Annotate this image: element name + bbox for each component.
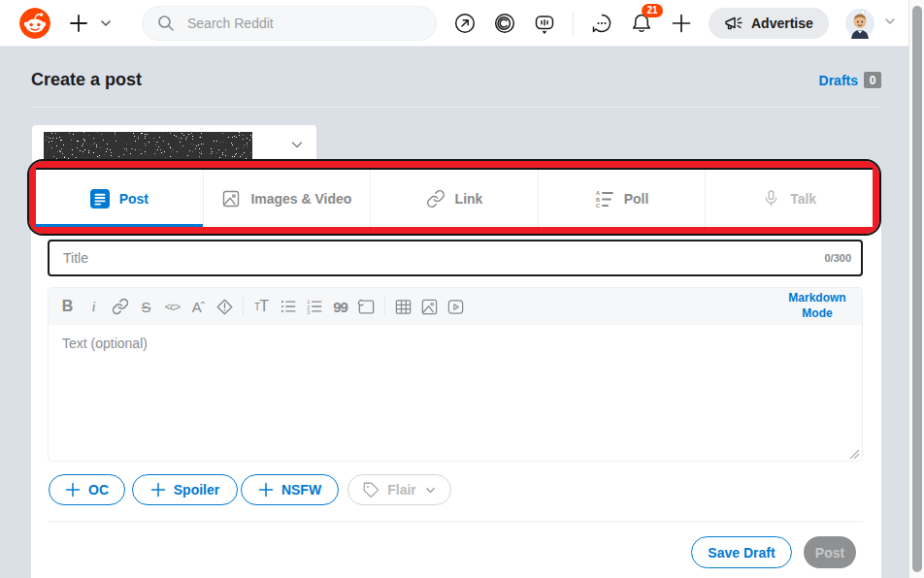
header-divider: [573, 12, 574, 35]
quote-button[interactable]: 99: [327, 294, 353, 320]
tab-link-label: Link: [455, 191, 483, 207]
annotation-highlight-box: Post Images & Video Link ABC Poll: [29, 161, 879, 234]
notifications-bell-icon[interactable]: 21: [630, 12, 653, 35]
reddit-create-post-page: 21 Advertise: [0, 0, 924, 578]
drafts-count-badge: 0: [864, 72, 881, 88]
search-bar[interactable]: [142, 6, 437, 41]
numbered-list-button[interactable]: 123: [301, 294, 327, 320]
svg-text:C: C: [596, 203, 600, 209]
popular-outbound-icon[interactable]: [453, 12, 477, 35]
header-icon-group: 21 Advertise: [437, 8, 897, 39]
video-play-icon: [446, 298, 465, 316]
chevron-down-icon[interactable]: [99, 16, 113, 30]
drafts-button[interactable]: Drafts 0: [819, 72, 881, 88]
megaphone-icon: [724, 15, 743, 32]
svg-text:B: B: [596, 196, 600, 202]
community-selector-dropdown[interactable]: [32, 125, 316, 164]
image-icon: [221, 189, 241, 209]
active-tab-underline: [36, 224, 203, 227]
search-input[interactable]: [185, 15, 422, 32]
user-avatar[interactable]: [844, 8, 875, 39]
chat-icon[interactable]: [590, 12, 613, 35]
coins-icon[interactable]: [493, 12, 516, 35]
reddit-logo-icon[interactable]: [19, 8, 50, 39]
resize-handle[interactable]: [849, 449, 860, 460]
redacted-community-name: [44, 132, 252, 159]
flair-button[interactable]: Flair: [347, 474, 451, 505]
inline-code-button[interactable]: <c>: [159, 294, 185, 320]
tab-images-video-label: Images & Video: [250, 191, 351, 207]
tab-talk[interactable]: Talk: [706, 170, 873, 227]
oc-button[interactable]: OC: [49, 474, 125, 505]
insert-video-button[interactable]: [443, 294, 469, 320]
account-chevron-down-icon[interactable]: [883, 15, 897, 32]
search-icon: [156, 14, 176, 33]
tab-images-video[interactable]: Images & Video: [204, 170, 372, 227]
tab-poll[interactable]: ABC Poll: [539, 170, 707, 227]
page-title: Create a post: [31, 70, 142, 90]
top-nav-bar: 21 Advertise: [0, 0, 924, 47]
save-draft-button[interactable]: Save Draft: [691, 536, 792, 568]
nsfw-tag-button[interactable]: NSFW: [241, 474, 339, 505]
scrollbar-thumb[interactable]: [912, 6, 922, 572]
bullet-list-icon: [280, 298, 297, 315]
toolbar-divider: [243, 297, 244, 316]
chevron-down-icon: [424, 484, 437, 497]
post-submit-button[interactable]: Post: [804, 536, 856, 568]
italic-button[interactable]: i: [81, 294, 107, 320]
table-button[interactable]: [390, 294, 416, 320]
tab-post-label: Post: [119, 191, 148, 207]
insert-image-button[interactable]: [416, 294, 443, 320]
talk-broadcast-icon[interactable]: [533, 12, 556, 35]
link-icon: [112, 298, 129, 315]
page-scrollbar[interactable]: [908, 0, 924, 578]
tab-talk-label: Talk: [790, 191, 816, 207]
code-block-icon: [357, 298, 376, 316]
numbered-list-icon: 123: [306, 298, 323, 315]
page-divider: [31, 107, 881, 108]
link-icon: [426, 189, 446, 209]
notification-count-badge: 21: [642, 4, 663, 17]
post-body-editor: B i S <c> Aˆ TT 123 99: [48, 287, 863, 462]
advertise-label: Advertise: [751, 16, 813, 31]
formatting-toolbar: B i S <c> Aˆ TT 123 99: [49, 288, 862, 325]
code-block-button[interactable]: [353, 294, 380, 320]
plus-icon: [150, 482, 166, 498]
insert-link-button[interactable]: [107, 294, 133, 320]
post-body-textarea[interactable]: [49, 325, 862, 462]
drafts-label: Drafts: [819, 73, 858, 88]
flair-tag-icon: [362, 481, 380, 498]
spoiler-button[interactable]: [212, 294, 238, 320]
tab-post[interactable]: Post: [36, 170, 204, 227]
poll-list-icon: ABC: [595, 189, 614, 209]
footer-divider: [48, 521, 863, 522]
title-field: 0/300: [48, 240, 863, 276]
chevron-down-icon: [289, 137, 305, 152]
svg-text:3: 3: [307, 309, 310, 315]
svg-text:A: A: [596, 190, 600, 196]
toolbar-divider: [384, 297, 385, 316]
bullet-list-button[interactable]: [275, 294, 301, 320]
superscript-button[interactable]: Aˆ: [185, 294, 212, 320]
plus-icon: [65, 482, 81, 498]
spoiler-tag-button[interactable]: Spoiler: [132, 474, 238, 505]
image-icon: [420, 298, 439, 316]
heading-button[interactable]: TT: [248, 294, 275, 320]
post-type-tabbar: Post Images & Video Link ABC Poll: [36, 168, 873, 227]
tab-poll-label: Poll: [624, 191, 649, 207]
bold-button[interactable]: B: [54, 294, 81, 320]
markdown-mode-toggle[interactable]: Markdown Mode: [780, 291, 854, 321]
title-input[interactable]: [50, 250, 824, 266]
spoiler-alert-icon: [215, 298, 234, 316]
plus-icon: [258, 482, 274, 498]
advertise-button[interactable]: Advertise: [709, 8, 829, 39]
title-char-counter: 0/300: [824, 252, 861, 264]
tab-link[interactable]: Link: [371, 170, 539, 227]
create-post-plus-icon[interactable]: [670, 12, 693, 35]
microphone-icon: [762, 189, 780, 208]
create-community-post-icon[interactable]: [68, 13, 89, 34]
table-icon: [394, 298, 412, 316]
post-text-icon: [90, 189, 110, 209]
strikethrough-button[interactable]: S: [133, 294, 159, 320]
